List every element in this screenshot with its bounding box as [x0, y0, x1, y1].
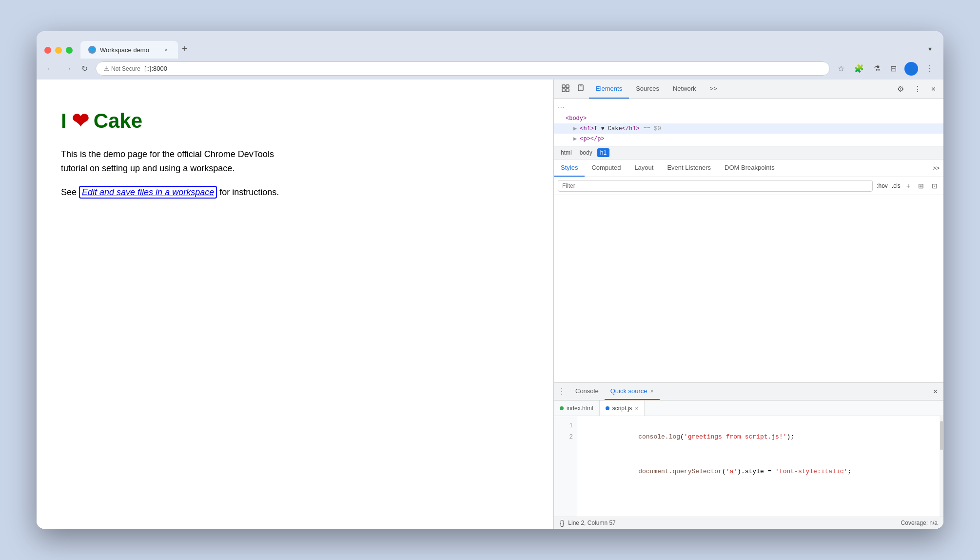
svg-rect-5	[580, 85, 582, 86]
link-suffix: for instructions.	[217, 187, 279, 197]
file-tab-index-html[interactable]: index.html	[554, 400, 600, 416]
browser-tab-active[interactable]: 🌐 Workspace demo ×	[80, 41, 178, 59]
tab-list-button[interactable]: ▾	[924, 43, 936, 55]
quick-source-close[interactable]: ×	[650, 388, 654, 395]
file-dot-green	[560, 406, 564, 410]
inspect-element-button[interactable]	[558, 81, 573, 97]
tab-close-button[interactable]: ×	[162, 46, 170, 54]
forward-button[interactable]: →	[62, 62, 74, 75]
code-content[interactable]: console.log('greetings from script.js!')…	[577, 416, 940, 517]
elements-row-body[interactable]: <body>	[554, 114, 943, 123]
file-tabs: index.html script.js ×	[554, 400, 943, 416]
main-area: I ❤ Cake This is the demo page for the o…	[37, 80, 943, 529]
elements-dots[interactable]: ···	[554, 101, 943, 114]
devtools-settings-button[interactable]: ⚙	[893, 81, 908, 97]
file-tab-close-script[interactable]: ×	[635, 405, 638, 411]
p-close: </p>	[590, 136, 605, 142]
line-number-2: 2	[554, 431, 577, 442]
devtools-experiments-button[interactable]: ⚗	[872, 62, 882, 75]
styles-section: Styles Computed Layout Event Listeners D…	[554, 160, 943, 382]
not-secure-text: Not Secure	[111, 65, 140, 72]
code-string-2: 'a'	[726, 468, 737, 475]
tab-favicon: 🌐	[88, 46, 96, 54]
reload-button[interactable]: ↻	[79, 62, 90, 75]
bottom-tab-quick-source[interactable]: Quick source ×	[605, 383, 660, 400]
styles-tabs-more[interactable]: >>	[929, 160, 943, 177]
styles-tab-dom-breakpoints[interactable]: DOM Breakpoints	[718, 160, 782, 177]
svg-rect-0	[562, 85, 565, 88]
scrollbar-thumb[interactable]	[940, 421, 943, 450]
devtools-close-button[interactable]: ×	[927, 82, 940, 97]
elements-row-h1[interactable]: ▶ <h1> I ♥ Cake </h1> == $0	[554, 123, 943, 134]
devtools-right-icons: ⚙ ⋮ ×	[893, 81, 940, 97]
new-style-rule-button[interactable]: ⊡	[930, 181, 940, 191]
styles-tabs: Styles Computed Layout Event Listeners D…	[554, 160, 943, 177]
url-bar[interactable]: ⚠ Not Secure [::]:8000	[96, 61, 830, 76]
code-query-selector: document.querySelector	[638, 468, 722, 475]
status-bar: {} Line 2, Column 57 Coverage: n/a	[554, 517, 943, 529]
pretty-print-button[interactable]: {}	[560, 519, 564, 527]
element-state-button[interactable]: ⊞	[916, 181, 926, 191]
bookmark-button[interactable]: ☆	[836, 62, 846, 75]
split-screen-button[interactable]: ⊟	[888, 62, 899, 75]
breadcrumb-html[interactable]: html	[558, 148, 575, 157]
svg-point-6	[580, 89, 581, 90]
code-console-log: console.log	[638, 433, 680, 440]
url-text: [::]:8000	[144, 65, 167, 72]
elements-panel: ··· <body> ▶ <h1> I ♥ Cake </h1> == $0 ▶…	[554, 99, 943, 146]
bottom-panel-dots[interactable]: ⋮	[558, 387, 566, 396]
workspace-link[interactable]: Edit and save files in a workspace	[79, 186, 217, 199]
file-tab-script-js[interactable]: script.js ×	[600, 400, 645, 416]
h1-close: </h1>	[622, 125, 640, 132]
browser-toolbar-icons: ☆ 🧩 ⚗ ⊟ 👤 ⋮	[836, 62, 936, 76]
minimize-window-button[interactable]	[55, 47, 62, 54]
extensions-button[interactable]: 🧩	[852, 62, 866, 75]
code-area: 1 2 console.log('greetings from script.j…	[554, 416, 943, 517]
styles-tab-styles[interactable]: Styles	[554, 160, 585, 177]
title-bar: 🌐 Workspace demo × + ▾	[37, 31, 943, 59]
device-toolbar-button[interactable]	[573, 81, 589, 97]
back-button[interactable]: ←	[44, 62, 56, 75]
devtools-tab-network[interactable]: Network	[666, 80, 703, 99]
status-right: Coverage: n/a	[901, 520, 938, 526]
browser-window: 🌐 Workspace demo × + ▾ ← → ↻ ⚠ Not Secur…	[37, 31, 943, 529]
devtools-tab-more[interactable]: >>	[703, 80, 724, 99]
code-line-1: console.log('greetings from script.js!')…	[585, 420, 932, 454]
styles-tab-computed[interactable]: Computed	[585, 160, 627, 177]
devtools-more-button[interactable]: ⋮	[910, 81, 925, 97]
devtools-scrollbar[interactable]	[940, 416, 943, 517]
menu-button[interactable]: ⋮	[924, 62, 936, 75]
code-string-1: 'greetings from script.js!'	[684, 433, 787, 440]
tab-bar: 🌐 Workspace demo × + ▾	[80, 41, 936, 59]
close-window-button[interactable]	[44, 47, 51, 54]
page-description: This is the demo page for the official C…	[61, 147, 285, 176]
expand-arrow-p: ▶	[573, 135, 577, 142]
styles-tab-event-listeners[interactable]: Event Listeners	[660, 160, 718, 177]
maximize-window-button[interactable]	[66, 47, 73, 54]
code-paren-open: (	[680, 433, 684, 440]
bottom-tab-console[interactable]: Console	[569, 383, 605, 400]
tab-title: Workspace demo	[100, 46, 158, 54]
devtools-panel: Elements Sources Network >> ⚙ ⋮ ×	[553, 80, 943, 529]
webpage-content: I ❤ Cake This is the demo page for the o…	[37, 80, 553, 529]
styles-filter-input[interactable]	[558, 180, 873, 192]
address-bar: ← → ↻ ⚠ Not Secure [::]:8000 ☆ 🧩 ⚗ ⊟ 👤 ⋮	[37, 59, 943, 80]
breadcrumb-h1[interactable]: h1	[597, 148, 609, 157]
profile-button[interactable]: 👤	[904, 62, 918, 76]
body-tag: <body>	[566, 115, 587, 122]
bottom-panel-close-button[interactable]: ×	[931, 385, 940, 398]
devtools-tab-sources[interactable]: Sources	[629, 80, 666, 99]
svg-rect-3	[566, 89, 569, 92]
new-tab-button[interactable]: +	[178, 43, 192, 55]
elements-row-p[interactable]: ▶ <p> </p>	[554, 134, 943, 144]
line-numbers: 1 2	[554, 416, 577, 517]
cls-button[interactable]: .cls	[892, 182, 901, 189]
breadcrumb-body[interactable]: body	[577, 148, 595, 157]
hov-button[interactable]: :hov	[877, 182, 888, 189]
status-left: {} Line 2, Column 57	[560, 519, 616, 527]
add-style-button[interactable]: +	[904, 181, 912, 191]
file-tab-label-index: index.html	[567, 405, 593, 412]
heading-cake: Cake	[94, 109, 142, 133]
devtools-tab-elements[interactable]: Elements	[589, 80, 629, 99]
styles-tab-layout[interactable]: Layout	[627, 160, 660, 177]
